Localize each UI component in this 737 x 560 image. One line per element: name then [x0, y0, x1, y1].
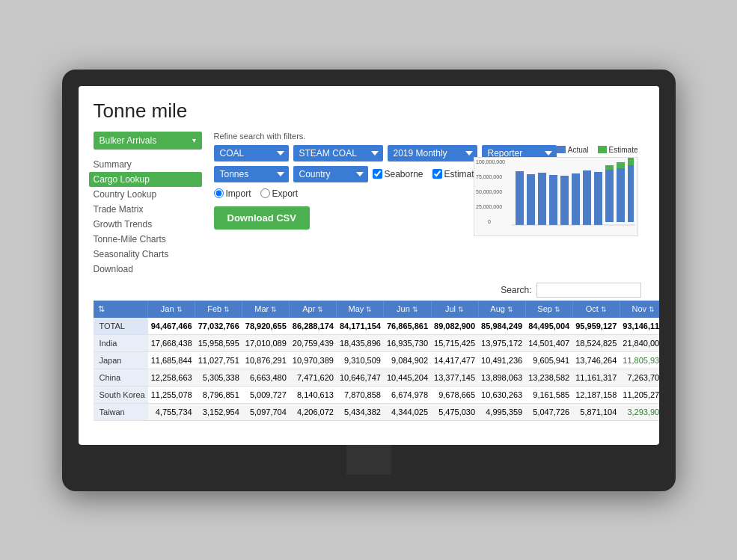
th-jul[interactable]: Jul ⇅: [431, 301, 478, 318]
th-nov[interactable]: Nov ⇅: [620, 301, 658, 318]
export-radio[interactable]: [260, 188, 270, 198]
cell-value: 3,152,954: [195, 403, 242, 420]
cell-value: 9,084,902: [384, 351, 431, 369]
svg-rect-17: [628, 165, 634, 222]
cell-value: 8,796,851: [195, 386, 242, 403]
cell-value: 78,920,655: [242, 318, 290, 335]
search-input[interactable]: [536, 283, 641, 298]
svg-rect-6: [527, 174, 535, 225]
sidebar-dropdown[interactable]: Bulker Arrivals ▾: [94, 132, 202, 150]
import-label: Import: [226, 188, 251, 199]
sidebar-item-growth-trends[interactable]: Growth Trends: [94, 217, 202, 232]
table-row: India17,668,43815,958,59517,010,08920,75…: [94, 334, 659, 351]
cell-value: 21,840,000: [620, 334, 658, 351]
filter-tonnes[interactable]: Tonnes: [214, 166, 289, 182]
import-radio[interactable]: [214, 188, 224, 198]
cell-country: South Korea: [94, 386, 148, 403]
sidebar-item-summary[interactable]: Summary: [94, 157, 202, 172]
th-oct[interactable]: Oct ⇅: [572, 301, 620, 318]
sidebar-item-cargo-lookup[interactable]: Cargo Lookup: [89, 172, 202, 187]
estimate-checkbox-label[interactable]: Estimate: [432, 169, 480, 179]
monitor: Tonne mile Bulker Arrivals ▾ Summary Car…: [62, 70, 676, 491]
cell-value: 18,435,896: [337, 334, 384, 351]
svg-text:50,000,000: 50,000,000: [476, 189, 502, 194]
cell-value: 17,010,089: [242, 334, 290, 351]
th-apr[interactable]: Apr ⇅: [290, 301, 337, 318]
filter-monthly[interactable]: 2019 Monthly: [388, 145, 477, 161]
th-jun[interactable]: Jun ⇅: [384, 301, 431, 318]
table-row: South Korea11,255,0788,796,8515,009,7278…: [94, 386, 659, 403]
cell-value: 3,293,909: [620, 403, 658, 420]
filter-country[interactable]: Country: [293, 166, 368, 182]
th-aug[interactable]: Aug ⇅: [478, 301, 525, 318]
cell-value: 11,805,934: [620, 351, 658, 369]
estimate-checkbox[interactable]: [432, 169, 442, 179]
cell-value: 11,205,270: [620, 386, 658, 403]
cell-value: 5,434,382: [337, 403, 384, 420]
cell-country: Taiwan: [94, 403, 148, 420]
svg-text:100,000,000: 100,000,000: [476, 159, 505, 164]
cell-value: 11,685,844: [148, 351, 195, 369]
th-feb[interactable]: Feb ⇅: [195, 301, 242, 318]
seaborne-label: Seaborne: [385, 169, 423, 179]
cell-value: 14,417,477: [431, 351, 478, 369]
sort-icon-oct: ⇅: [601, 306, 607, 313]
download-csv-button[interactable]: Download CSV: [214, 206, 310, 230]
sort-icon-jan: ⇅: [177, 306, 183, 313]
legend-estimate: Estimate: [598, 146, 638, 154]
cell-value: 13,238,582: [525, 369, 572, 386]
th-mar[interactable]: Mar ⇅: [242, 301, 290, 318]
cell-value: 11,161,317: [572, 369, 620, 386]
cell-value: 9,678,665: [431, 386, 478, 403]
sidebar-item-seasonality-charts[interactable]: Seasonality Charts: [94, 247, 202, 262]
th-sep[interactable]: Sep ⇅: [525, 301, 572, 318]
page-title: Tonne mile: [94, 99, 644, 123]
cell-value: 18,524,825: [572, 334, 620, 351]
actual-legend-label: Actual: [568, 146, 589, 154]
svg-text:75,000,000: 75,000,000: [476, 174, 502, 179]
sort-icon-nov: ⇅: [649, 306, 655, 313]
cell-country: Japan: [94, 351, 148, 369]
sort-icon-mar: ⇅: [271, 306, 277, 313]
cell-value: 89,082,900: [431, 318, 478, 335]
export-radio-label[interactable]: Export: [260, 188, 299, 199]
cell-value: 11,027,751: [195, 351, 242, 369]
cell-country: TOTAL: [94, 318, 148, 335]
screen-content: Tonne mile Bulker Arrivals ▾ Summary Car…: [79, 86, 659, 445]
cell-value: 5,871,104: [572, 403, 620, 420]
cell-value: 12,187,158: [572, 386, 620, 403]
th-may[interactable]: May ⇅: [337, 301, 384, 318]
cell-value: 7,870,858: [337, 386, 384, 403]
data-table: ⇅ Jan ⇅ Feb ⇅ Mar ⇅ Apr ⇅ May ⇅ Jun ⇅ Ju…: [94, 301, 659, 421]
screen: Tonne mile Bulker Arrivals ▾ Summary Car…: [79, 86, 659, 445]
chart-area: Actual Estimate 100,000,000 75,000,000 5…: [474, 146, 638, 236]
legend-actual: Actual: [557, 146, 589, 154]
seaborne-checkbox-label[interactable]: Seaborne: [373, 169, 423, 179]
import-radio-label[interactable]: Import: [214, 188, 251, 199]
cell-value: 95,959,127: [572, 318, 620, 335]
cell-value: 10,491,236: [478, 351, 525, 369]
cell-value: 13,975,172: [478, 334, 525, 351]
sidebar-item-download[interactable]: Download: [94, 262, 202, 277]
checkbox-group: Seaborne Estimate: [373, 169, 480, 179]
cell-value: 76,865,861: [384, 318, 431, 335]
cell-value: 5,475,030: [431, 403, 478, 420]
sidebar-item-tonne-mile-charts[interactable]: Tonne-Mile Charts: [94, 232, 202, 247]
svg-rect-18: [628, 158, 634, 165]
cell-value: 5,009,727: [242, 386, 290, 403]
seaborne-checkbox[interactable]: [373, 169, 382, 179]
filter-coal[interactable]: COAL: [214, 145, 289, 161]
th-country[interactable]: ⇅: [94, 301, 148, 318]
th-jan[interactable]: Jan ⇅: [148, 301, 195, 318]
sort-icon-jun: ⇅: [412, 306, 418, 313]
cell-value: 84,495,004: [525, 318, 572, 335]
estimate-color-swatch: [598, 146, 607, 153]
cell-value: 84,171,154: [337, 318, 384, 335]
svg-rect-9: [560, 176, 569, 225]
cell-value: 86,288,174: [290, 318, 337, 335]
cell-value: 10,970,389: [290, 351, 337, 369]
filter-steam-coal[interactable]: STEAM COAL: [293, 145, 383, 161]
sidebar-item-trade-matrix[interactable]: Trade Matrix: [94, 202, 202, 217]
cell-value: 10,646,747: [337, 369, 384, 386]
sidebar-item-country-lookup[interactable]: Country Lookup: [94, 187, 202, 202]
